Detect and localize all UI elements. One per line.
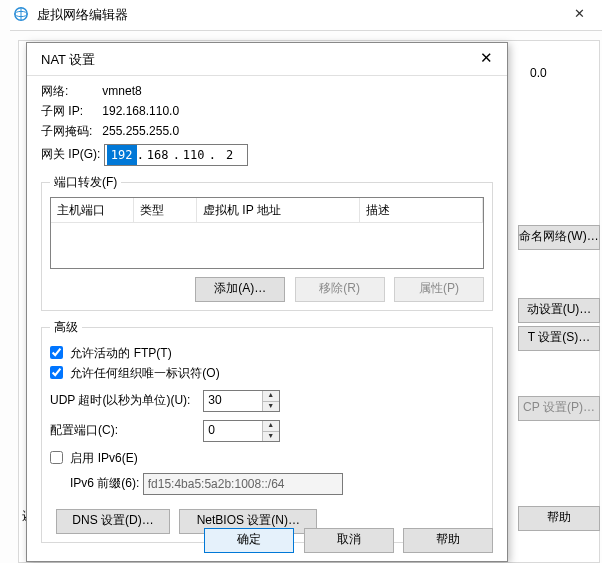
col-desc[interactable]: 描述 (360, 198, 483, 223)
app-icon (13, 6, 29, 22)
rename-network-button[interactable]: 命名网络(W)… (518, 225, 600, 250)
dialog-footer: 确定 取消 帮助 (198, 528, 493, 553)
properties-button: 属性(P) (394, 277, 484, 302)
subnet-mask-label: 子网掩码: (41, 123, 99, 140)
dialog-titlebar: NAT 设置 ✕ (27, 43, 507, 76)
dns-settings-button[interactable]: DNS 设置(D)… (56, 509, 170, 534)
udp-timeout-input[interactable] (204, 391, 258, 409)
config-port-input[interactable] (204, 421, 258, 439)
ok-button[interactable]: 确定 (204, 528, 294, 553)
udp-timeout-label: UDP 超时(以秒为单位)(U): (50, 392, 200, 409)
network-value: vmnet8 (102, 84, 141, 98)
config-port-label: 配置端口(C): (50, 422, 200, 439)
port-forward-group: 端口转发(F) 主机端口 类型 虚拟机 IP 地址 描述 添加(A)… 移除(R… (41, 174, 493, 311)
ipv6-prefix-input (143, 473, 343, 495)
allow-oui-input[interactable] (50, 366, 63, 379)
dialog-title: NAT 设置 (41, 51, 95, 69)
parent-ip-fragment: 0.0 (530, 66, 547, 80)
chevron-up-icon[interactable]: ▲ (263, 391, 279, 402)
subnet-ip-label: 子网 IP: (41, 103, 99, 120)
subnet-ip-value: 192.168.110.0 (102, 104, 179, 118)
enable-ipv6-input[interactable] (50, 451, 63, 464)
allow-oui-label: 允许任何组织唯一标识符(O) (70, 366, 219, 380)
network-label: 网络: (41, 83, 99, 100)
chevron-up-icon[interactable]: ▲ (263, 421, 279, 432)
allow-ftp-checkbox[interactable]: 允许活动的 FTP(T) (50, 346, 172, 360)
udp-timeout-stepper[interactable]: ▲▼ (203, 390, 279, 412)
chevron-down-icon[interactable]: ▼ (263, 432, 279, 442)
parent-window-title: 虚拟网络编辑器 (37, 6, 128, 24)
advanced-group: 高级 允许活动的 FTP(T) 允许任何组织唯一标识符(O) UDP 超时(以秒… (41, 319, 493, 543)
nat-settings-button[interactable]: T 设置(S)… (518, 326, 600, 351)
auto-settings-button[interactable]: 动设置(U)… (518, 298, 600, 323)
close-icon[interactable]: ✕ (471, 49, 501, 69)
advanced-legend: 高级 (50, 319, 82, 336)
parent-close-button[interactable]: ✕ (556, 0, 602, 30)
parent-help-button[interactable]: 帮助 (518, 506, 600, 531)
allow-ftp-input[interactable] (50, 346, 63, 359)
add-button[interactable]: 添加(A)… (195, 277, 285, 302)
col-type[interactable]: 类型 (134, 198, 197, 223)
gateway-octet-2[interactable]: 168 (143, 145, 173, 165)
gateway-octet-4[interactable]: 2 (215, 145, 245, 165)
remove-button: 移除(R) (295, 277, 385, 302)
nat-settings-dialog: NAT 设置 ✕ 网络: vmnet8 子网 IP: 192.168.110.0… (26, 42, 508, 562)
dhcp-settings-button: CP 设置(P)… (518, 396, 600, 421)
chevron-down-icon[interactable]: ▼ (263, 402, 279, 412)
parent-window-titlebar: 虚拟网络编辑器 ✕ (10, 0, 602, 31)
gateway-label: 网关 IP(G): (41, 147, 100, 161)
gateway-ip-input[interactable]: 192.168.110.2 (104, 144, 248, 166)
col-host-port[interactable]: 主机端口 (51, 198, 134, 223)
allow-oui-checkbox[interactable]: 允许任何组织唯一标识符(O) (50, 366, 220, 380)
subnet-mask-value: 255.255.255.0 (102, 124, 179, 138)
cancel-button[interactable]: 取消 (304, 528, 394, 553)
enable-ipv6-label: 启用 IPv6(E) (70, 451, 137, 465)
ipv6-prefix-label: IPv6 前缀(6): (70, 476, 139, 490)
gateway-octet-3[interactable]: 110 (179, 145, 209, 165)
enable-ipv6-checkbox[interactable]: 启用 IPv6(E) (50, 451, 138, 465)
config-port-stepper[interactable]: ▲▼ (203, 420, 279, 442)
allow-ftp-label: 允许活动的 FTP(T) (70, 346, 171, 360)
port-forward-legend: 端口转发(F) (50, 174, 121, 191)
col-vm-ip[interactable]: 虚拟机 IP 地址 (197, 198, 360, 223)
help-button[interactable]: 帮助 (403, 528, 493, 553)
port-forward-table[interactable]: 主机端口 类型 虚拟机 IP 地址 描述 (50, 197, 484, 269)
gateway-octet-1[interactable]: 192 (107, 145, 137, 165)
